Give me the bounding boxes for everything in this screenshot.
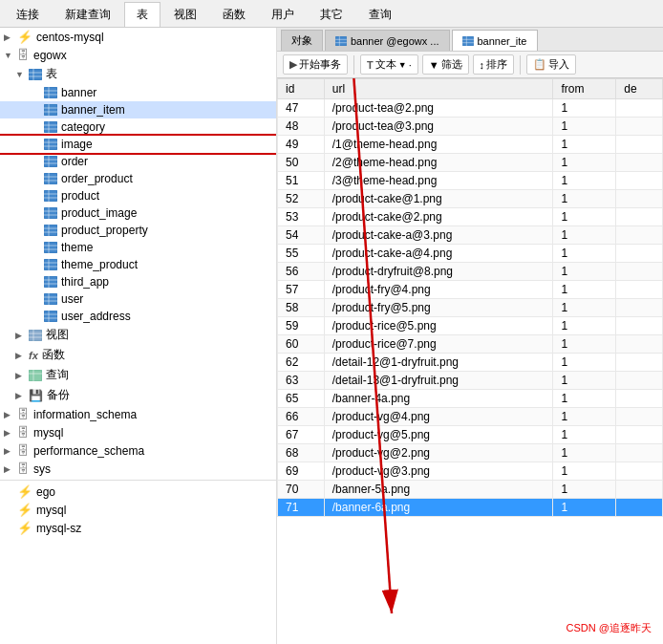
import-button[interactable]: 📋 导入 xyxy=(526,54,576,75)
table-row[interactable]: 66/product-vg@4.png1 xyxy=(278,408,663,426)
table-product-label: product xyxy=(61,189,99,203)
db-egowx[interactable]: ▼ 🗄 egowx xyxy=(0,46,276,64)
group-tables[interactable]: ▼ 表 xyxy=(0,64,276,84)
cell-from: 1 xyxy=(553,99,616,118)
text-icon: T xyxy=(367,59,374,71)
table-row[interactable]: 67/product-vg@5.png1 xyxy=(278,426,663,444)
table-row[interactable]: 53/product-cake@2.png1 xyxy=(278,208,663,226)
table-row[interactable]: 48/product-tea@3.png1 xyxy=(278,118,663,136)
connection-centos-mysql[interactable]: ▶ ⚡ centos-mysql xyxy=(0,28,276,46)
separator-2 xyxy=(520,55,521,75)
connection-ego[interactable]: ▶ ⚡ ego xyxy=(0,483,276,501)
table-row[interactable]: 54/product-cake-a@3.png1 xyxy=(278,226,663,245)
table-user-address-icon xyxy=(44,311,57,322)
table-row[interactable]: 58/product-fry@5.png1 xyxy=(278,299,663,317)
sort-button[interactable]: ↕ 排序 xyxy=(473,54,515,75)
table-user[interactable]: ▶ user xyxy=(0,290,276,308)
table-row[interactable]: 47/product-tea@2.png1 xyxy=(278,99,663,118)
table-image[interactable]: ▶ image xyxy=(0,136,276,153)
cell-id: 59 xyxy=(278,317,325,335)
svg-rect-0 xyxy=(29,69,42,80)
filter-button[interactable]: ▼ 筛选 xyxy=(422,54,469,75)
table-user-address[interactable]: ▶ user_address xyxy=(0,308,276,325)
table-row[interactable]: 63/detail-13@1-dryfruit.png1 xyxy=(278,372,663,390)
table-row[interactable]: 70/banner-5a.png1 xyxy=(278,481,663,499)
nav-tab-connection[interactable]: 连接 xyxy=(4,2,52,27)
table-product-image-icon xyxy=(44,207,57,219)
table-user-address-label: user_address xyxy=(61,310,131,323)
table-third-app[interactable]: ▶ third_app xyxy=(0,273,276,290)
table-row[interactable]: 52/product-cake@1.png1 xyxy=(278,190,663,208)
svg-rect-64 xyxy=(29,370,42,381)
nav-tab-query[interactable]: 查询 xyxy=(356,2,404,27)
col-header-from[interactable]: from xyxy=(553,79,616,99)
db-information-schema[interactable]: ▶ 🗄 information_schema xyxy=(0,405,276,423)
table-row[interactable]: 55/product-cake-a@4.png1 xyxy=(278,245,663,263)
connection-label: centos-mysql xyxy=(36,31,104,44)
nav-tab-table[interactable]: 表 xyxy=(124,2,160,27)
nav-tab-user[interactable]: 用户 xyxy=(259,2,307,27)
query-tab-banner[interactable]: banner @egowx ... xyxy=(325,30,450,51)
table-row[interactable]: 68/product-vg@2.png1 xyxy=(278,444,663,462)
table-product-image[interactable]: ▶ product_image xyxy=(0,204,276,222)
col-header-de[interactable]: de xyxy=(616,79,663,99)
table-row[interactable]: 69/product-vg@3.png1 xyxy=(278,462,663,481)
tables-group-icon xyxy=(29,69,42,80)
table-row[interactable]: 59/product-rice@5.png1 xyxy=(278,317,663,335)
cell-id: 68 xyxy=(278,444,325,462)
table-row[interactable]: 49/1@theme-head.png1 xyxy=(278,136,663,154)
cell-from: 1 xyxy=(553,335,616,354)
table-row[interactable]: 51/3@theme-head.png1 xyxy=(278,172,663,190)
table-theme-product[interactable]: ▶ theme_product xyxy=(0,256,276,273)
cell-id: 50 xyxy=(278,154,325,172)
nav-tab-new-query[interactable]: 新建查询 xyxy=(53,2,123,27)
table-product-property[interactable]: ▶ product_property xyxy=(0,222,276,239)
cell-url: /detail-13@1-dryfruit.png xyxy=(324,372,553,390)
table-order-product[interactable]: ▶ order_product xyxy=(0,170,276,187)
backup-group-icon: 💾 xyxy=(29,389,43,402)
table-row[interactable]: 56/product-dryfruit@8.png1 xyxy=(278,263,663,281)
db-mysql-icon: 🗄 xyxy=(17,425,30,440)
table-row[interactable]: 60/product-rice@7.png1 xyxy=(278,335,663,354)
cell-de xyxy=(616,263,663,281)
db-performance-schema[interactable]: ▶ 🗄 performance_schema xyxy=(0,441,276,460)
connection-mysql-sz[interactable]: ▶ ⚡ mysql-sz xyxy=(0,519,276,537)
query-tab-banner-item[interactable]: banner_ite xyxy=(452,30,538,51)
db-sys[interactable]: ▶ 🗄 sys xyxy=(0,460,276,478)
nav-tab-function[interactable]: 函数 xyxy=(210,2,258,27)
group-backup[interactable]: ▶ 💾 备份 xyxy=(0,385,276,405)
table-row[interactable]: 57/product-fry@4.png1 xyxy=(278,281,663,299)
nav-tab-view[interactable]: 视图 xyxy=(161,2,209,27)
svg-rect-48 xyxy=(44,276,57,288)
table-row[interactable]: 71/banner-6a.png1 xyxy=(278,499,663,517)
col-header-id[interactable]: id xyxy=(278,79,325,99)
table-banner[interactable]: ▶ banner xyxy=(0,84,276,101)
query-tabs: 对象 banner @egowx ... xyxy=(277,28,663,52)
table-row[interactable]: 65/banner-4a.png1 xyxy=(278,390,663,408)
connection-mysql2[interactable]: ▶ ⚡ mysql xyxy=(0,501,276,519)
text-button[interactable]: T 文本 ▼ · xyxy=(360,54,418,75)
table-order[interactable]: ▶ order xyxy=(0,153,276,170)
group-functions[interactable]: ▶ fx 函数 xyxy=(0,345,276,365)
col-header-url[interactable]: url xyxy=(324,79,553,99)
chevron-right-icon-functions: ▶ xyxy=(15,351,27,360)
cell-url: /detail-12@1-dryfruit.png xyxy=(324,354,553,372)
table-row[interactable]: 50/2@theme-head.png1 xyxy=(278,154,663,172)
cell-de xyxy=(616,208,663,226)
table-banner-item[interactable]: ▶ banner_item xyxy=(0,101,276,118)
table-category[interactable]: ▶ category xyxy=(0,118,276,136)
connection-mysql-sz-label: mysql-sz xyxy=(36,522,81,535)
begin-transaction-button[interactable]: ▶ 开始事务 xyxy=(283,54,348,75)
nav-tab-other[interactable]: 其它 xyxy=(308,2,355,27)
table-theme[interactable]: ▶ theme xyxy=(0,239,276,256)
data-table: id url from de 47/product-tea@2.png148/p… xyxy=(277,78,663,517)
query-tab-object[interactable]: 对象 xyxy=(281,30,323,51)
group-views[interactable]: ▶ 视图 xyxy=(0,325,276,345)
table-product[interactable]: ▶ product xyxy=(0,187,276,204)
db-mysql[interactable]: ▶ 🗄 mysql xyxy=(0,423,276,441)
right-panel: 对象 banner @egowx ... xyxy=(277,28,663,644)
group-queries[interactable]: ▶ 查询 xyxy=(0,365,276,385)
table-row[interactable]: 62/detail-12@1-dryfruit.png1 xyxy=(278,354,663,372)
svg-rect-52 xyxy=(44,293,57,305)
cell-id: 55 xyxy=(278,245,325,263)
